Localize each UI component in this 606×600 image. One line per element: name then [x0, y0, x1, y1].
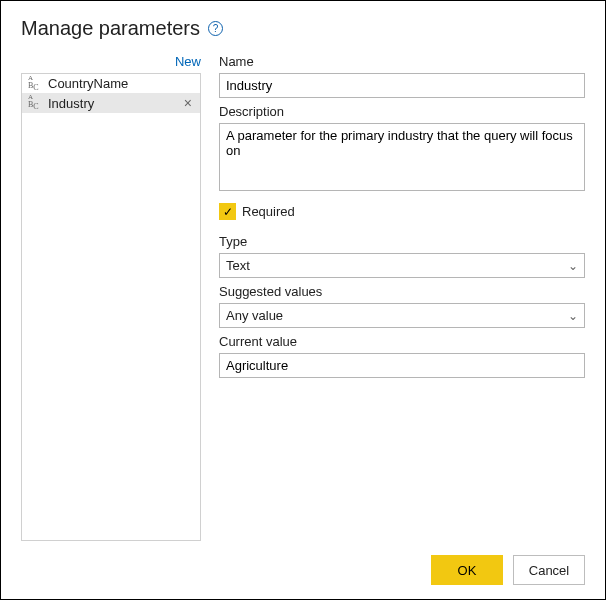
ok-button[interactable]: OK [431, 555, 503, 585]
manage-parameters-dialog: Manage parameters ? New BC CountryName B… [0, 0, 606, 600]
description-input[interactable]: A parameter for the primary industry tha… [219, 123, 585, 191]
required-checkbox[interactable]: ✓ [219, 203, 236, 220]
chevron-down-icon: ⌄ [568, 259, 578, 273]
current-value-input[interactable] [219, 353, 585, 378]
new-parameter-button[interactable]: New [175, 54, 201, 69]
dialog-footer: OK Cancel [21, 555, 585, 585]
name-label: Name [219, 54, 585, 69]
type-select[interactable]: Text ⌄ [219, 253, 585, 278]
right-column: Name Description A parameter for the pri… [219, 54, 585, 541]
text-type-icon: BC [28, 97, 46, 109]
current-value-label: Current value [219, 334, 585, 349]
text-type-icon: BC [28, 78, 46, 90]
remove-parameter-icon[interactable]: × [182, 95, 194, 111]
parameter-label: Industry [48, 96, 180, 111]
help-icon[interactable]: ? [208, 21, 223, 36]
suggested-values-label: Suggested values [219, 284, 585, 299]
type-value: Text [226, 258, 250, 273]
chevron-down-icon: ⌄ [568, 309, 578, 323]
suggested-values-select[interactable]: Any value ⌄ [219, 303, 585, 328]
content-area: New BC CountryName BC Industry × Name De… [21, 54, 585, 541]
parameter-item-industry[interactable]: BC Industry × [22, 93, 200, 113]
parameter-label: CountryName [48, 76, 194, 91]
suggested-value: Any value [226, 308, 283, 323]
parameter-item-countryname[interactable]: BC CountryName [22, 74, 200, 93]
dialog-title: Manage parameters [21, 17, 200, 40]
name-input[interactable] [219, 73, 585, 98]
left-column: New BC CountryName BC Industry × [21, 54, 201, 541]
type-label: Type [219, 234, 585, 249]
title-row: Manage parameters ? [21, 17, 585, 40]
required-label: Required [242, 204, 295, 219]
parameter-list[interactable]: BC CountryName BC Industry × [21, 73, 201, 541]
description-label: Description [219, 104, 585, 119]
cancel-button[interactable]: Cancel [513, 555, 585, 585]
required-row: ✓ Required [219, 203, 585, 220]
